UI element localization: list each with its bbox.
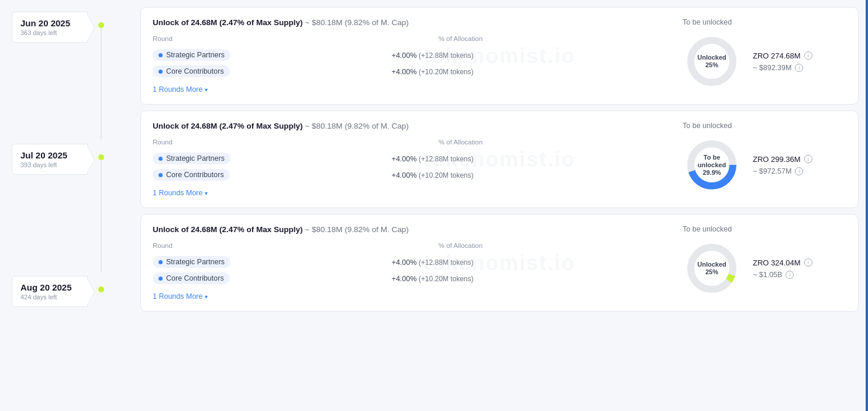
table-row-2-0: Strategic Partners+4.00% (+12.88M tokens… [153,254,671,270]
token-usd-2: ~ $1.05B [753,271,782,279]
card-right-title-1: To be unlocked [683,122,846,130]
donut-wrapper-1: To beunlocked29.9% [683,136,741,194]
timeline-item-1: Jul 20 2025393 days left [0,144,129,276]
col-round-header: Round [153,139,392,150]
rounds-more-btn-0[interactable]: 1 Rounds More ▾ [153,85,208,94]
round-badge-0-1: Core Contributors [153,65,230,77]
alloc-value-2-0: +4.00% (+12.88M tokens) [392,258,474,267]
round-badge-cell-1-0: Strategic Partners [153,150,392,167]
date-box-0: Jun 20 2025363 days left [12,12,88,43]
timeline-dot-1 [98,154,104,160]
rounds-more-btn-2[interactable]: 1 Rounds More ▾ [153,292,208,301]
chevron-down-icon: ▾ [205,190,208,196]
rounds-more-label-2: 1 Rounds More [153,292,202,301]
donut-label-pct-2: 25% [697,269,726,276]
badge-dot-2-1 [159,277,163,281]
card-title-2: Unlock of 24.68M (2.47% of Max Supply) ~… [153,225,671,234]
info-icon-usd[interactable]: i [795,167,803,175]
round-name-2-1: Core Contributors [166,274,224,282]
donut-label-1: To beunlocked29.9% [698,154,726,176]
timeline-dot-2 [98,286,104,292]
cards-area: tokenomist.ioUnlock of 24.68M (2.47% of … [129,0,868,411]
card-right-content-2: Unlocked25%ZRO 324.04Mi~ $1.05Bi [683,239,846,298]
table-row-2-1: Core Contributors+4.00% (+10.20M tokens) [153,270,671,286]
badge-dot-1-1 [159,173,163,177]
token-subrow-0: ~ $892.39Mi [753,64,812,72]
info-icon[interactable]: i [804,155,812,163]
rounds-more-btn-1[interactable]: 1 Rounds More ▾ [153,189,208,197]
donut-label-2: Unlocked25% [697,261,726,275]
alloc-value-0-1: +4.00% (+10.20M tokens) [392,68,474,76]
days-left-1: 393 days left [20,161,79,168]
card-right-content-1: To beunlocked29.9%ZRO 299.36Mi~ $972.57M… [683,136,846,194]
alloc-cell-2-1: +4.00% (+10.20M tokens) [392,270,671,286]
table-row-0-0: Strategic Partners+4.00% (+12.88M tokens… [153,47,671,63]
days-left-0: 363 days left [20,29,79,36]
card-right-2: To be unlockedUnlocked25%ZRO 324.04Mi~ $… [683,225,846,301]
col-allocation-header: % of Allocation [392,242,671,254]
card-right-content-0: Unlocked25%ZRO 274.68Mi~ $892.39Mi [683,32,846,91]
rounds-more-label-1: 1 Rounds More [153,189,202,197]
alloc-value-0-0: +4.00% (+12.88M tokens) [392,51,474,60]
card-main-0: Unlock of 24.68M (2.47% of Max Supply) ~… [153,18,671,94]
date-label-0: Jun 20 2025 [20,18,79,28]
donut-label-main-0: Unlocked [697,54,726,61]
table-row-1-1: Core Contributors+4.00% (+10.20M tokens) [153,167,671,183]
token-info-1: ZRO 299.36Mi~ $972.57Mi [753,155,812,175]
token-label-2: ZRO 324.04M [753,258,801,267]
donut-wrapper-2: Unlocked25% [683,239,741,298]
token-info-2: ZRO 324.04Mi~ $1.05Bi [753,258,812,279]
date-label-1: Jul 20 2025 [20,150,79,160]
alloc-extra-1-1: (+10.20M tokens) [419,171,474,179]
round-badge-cell-2-0: Strategic Partners [153,254,392,270]
donut-label-pct-0: 25% [697,62,726,69]
info-icon-usd[interactable]: i [795,64,803,72]
col-allocation-header: % of Allocation [392,139,671,150]
alloc-value-2-1: +4.00% (+10.20M tokens) [392,275,474,283]
page-container: Jun 20 2025363 days leftJul 20 2025393 d… [0,0,868,411]
info-icon[interactable]: i [804,258,812,267]
alloc-cell-0-0: +4.00% (+12.88M tokens) [392,47,671,63]
round-badge-0-0: Strategic Partners [153,49,230,61]
info-icon-usd[interactable]: i [786,271,794,279]
card-main-2: Unlock of 24.68M (2.47% of Max Supply) ~… [153,225,671,301]
card-right-title-0: To be unlocked [683,18,846,26]
token-subrow-2: ~ $1.05Bi [753,271,812,279]
round-badge-2-0: Strategic Partners [153,256,230,268]
card-table-0: Round% of AllocationStrategic Partners+4… [153,35,671,80]
alloc-extra-0-0: (+12.88M tokens) [419,51,474,60]
alloc-extra-1-0: (+12.88M tokens) [419,155,474,163]
col-allocation-header: % of Allocation [392,35,671,47]
alloc-value-1-0: +4.00% (+12.88M tokens) [392,155,474,163]
badge-dot-1-0 [159,157,163,161]
timeline-dot-0 [98,22,104,28]
token-label-0: ZRO 274.68M [753,51,801,60]
chevron-down-icon: ▾ [205,293,208,300]
card-table-2: Round% of AllocationStrategic Partners+4… [153,242,671,286]
card-right-1: To be unlockedTo beunlocked29.9%ZRO 299.… [683,122,846,197]
round-name-1-1: Core Contributors [166,171,224,179]
rounds-more-label-0: 1 Rounds More [153,85,202,94]
round-name-2-0: Strategic Partners [166,258,225,266]
alloc-cell-2-0: +4.00% (+12.88M tokens) [392,254,671,270]
donut-label-0: Unlocked25% [697,54,726,68]
token-row-2: ZRO 324.04Mi [753,258,812,267]
timeline-track: Jun 20 2025363 days leftJul 20 2025393 d… [0,0,129,411]
alloc-cell-0-1: +4.00% (+10.20M tokens) [392,63,671,80]
token-label-1: ZRO 299.36M [753,155,801,164]
card-right-0: To be unlockedUnlocked25%ZRO 274.68Mi~ $… [683,18,846,94]
token-row-0: ZRO 274.68Mi [753,51,812,60]
token-info-0: ZRO 274.68Mi~ $892.39Mi [753,51,812,72]
round-name-1-0: Strategic Partners [166,154,225,163]
alloc-cell-1-1: +4.00% (+10.20M tokens) [392,167,671,183]
date-box-1: Jul 20 2025393 days left [12,144,88,175]
timeline-line-1 [101,160,102,271]
unlock-card-0: tokenomist.ioUnlock of 24.68M (2.47% of … [140,7,859,105]
round-badge-cell-0-0: Strategic Partners [153,47,392,63]
table-row-0-1: Core Contributors+4.00% (+10.20M tokens) [153,63,671,80]
card-table-1: Round% of AllocationStrategic Partners+4… [153,139,671,183]
unlock-card-2: tokenomist.ioUnlock of 24.68M (2.47% of … [140,214,859,312]
info-icon[interactable]: i [804,51,812,60]
round-name-0-0: Strategic Partners [166,51,225,59]
alloc-extra-0-1: (+10.20M tokens) [419,68,474,76]
